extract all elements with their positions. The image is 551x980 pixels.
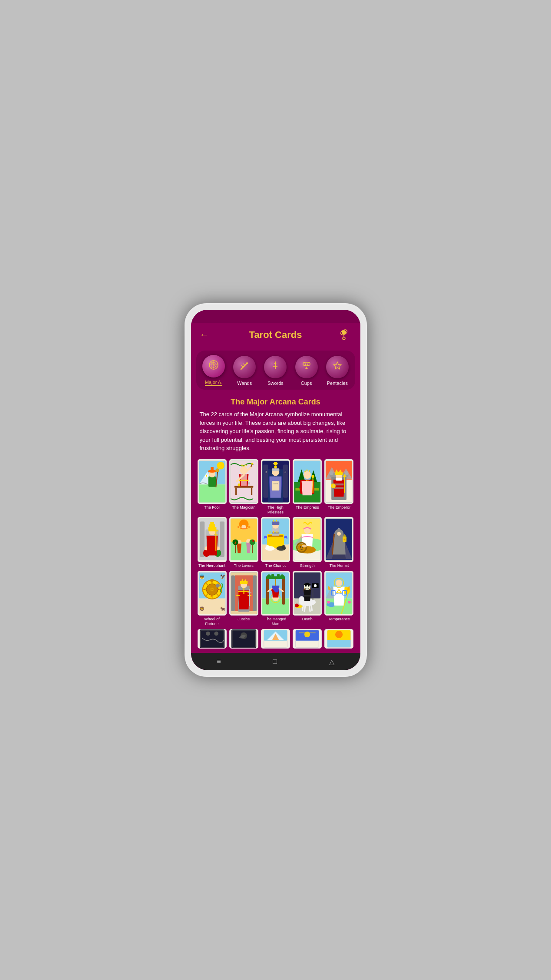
svg-rect-43 bbox=[239, 480, 248, 481]
card-bottom-5-image bbox=[324, 629, 353, 649]
card-bottom-1[interactable] bbox=[198, 629, 227, 650]
svg-point-231 bbox=[299, 596, 304, 603]
svg-line-235 bbox=[311, 603, 312, 610]
back-button[interactable]: ← bbox=[200, 329, 215, 341]
card-strength[interactable]: Strength bbox=[293, 517, 322, 568]
card-temperance[interactable]: Temperance bbox=[324, 571, 353, 626]
card-empress[interactable]: The Empress bbox=[293, 459, 322, 515]
svg-rect-89 bbox=[336, 477, 342, 480]
svg-rect-39 bbox=[251, 487, 252, 494]
major-arcana-icon bbox=[208, 359, 219, 373]
svg-point-47 bbox=[251, 463, 253, 464]
card-bottom-3[interactable] bbox=[261, 629, 290, 650]
svg-text:R: R bbox=[211, 595, 212, 597]
tab-major-arcana[interactable]: Major A. bbox=[199, 355, 228, 386]
card-temperance-label: Temperance bbox=[328, 617, 350, 622]
tab-label-major: Major A. bbox=[205, 380, 222, 386]
svg-point-84 bbox=[330, 471, 333, 475]
nav-back-icon[interactable]: △ bbox=[329, 658, 334, 666]
card-fool-label: The Fool bbox=[204, 505, 220, 510]
svg-point-85 bbox=[345, 471, 349, 475]
card-highpriestess-label: The High Priestess bbox=[261, 505, 290, 515]
wands-icon bbox=[239, 361, 250, 374]
card-bottom-2-image bbox=[229, 629, 258, 649]
card-bottom-4-image bbox=[293, 629, 322, 649]
card-hermit-label: The Hermit bbox=[330, 563, 349, 568]
svg-rect-87 bbox=[334, 487, 344, 489]
svg-line-232 bbox=[303, 603, 304, 610]
tab-swords[interactable]: Swords bbox=[261, 356, 290, 386]
card-justice-label: Justice bbox=[238, 617, 250, 622]
content-area: The Major Arcana Cards The 22 cards of t… bbox=[191, 393, 360, 653]
card-justice[interactable]: Justice bbox=[229, 571, 258, 626]
card-bottom-5[interactable] bbox=[324, 629, 353, 650]
svg-point-60 bbox=[274, 465, 277, 468]
swords-icon bbox=[270, 361, 280, 374]
tab-pentacles[interactable]: Pentacles bbox=[323, 356, 352, 386]
card-fool[interactable]: The Fool bbox=[198, 459, 227, 515]
svg-rect-114 bbox=[210, 522, 214, 525]
card-bottom-2[interactable] bbox=[229, 629, 258, 650]
card-emperor[interactable]: The Emperor bbox=[324, 459, 353, 515]
card-death-label: Death bbox=[302, 617, 313, 622]
card-emperor-image bbox=[324, 459, 353, 504]
svg-point-217 bbox=[280, 574, 284, 578]
card-death[interactable]: Death bbox=[293, 571, 322, 626]
card-lovers[interactable]: The Lovers bbox=[229, 517, 258, 568]
svg-point-189 bbox=[216, 584, 220, 588]
page-title: Tarot Cards bbox=[215, 329, 336, 341]
tab-label-wands: Wands bbox=[237, 381, 252, 386]
tab-label-pentacles: Pentacles bbox=[327, 381, 348, 386]
svg-rect-112 bbox=[208, 527, 215, 532]
card-magician[interactable]: The Magician bbox=[229, 459, 258, 515]
card-hermit[interactable]: ✦ The Hermit bbox=[324, 517, 353, 568]
card-wheel-image: 👼 🦅 🦁 🐂 bbox=[198, 571, 227, 616]
tab-bubble-major bbox=[202, 355, 225, 377]
card-chariot-label: The Chariot bbox=[265, 563, 286, 568]
svg-point-279 bbox=[335, 630, 343, 638]
cups-icon bbox=[301, 361, 312, 374]
svg-point-262 bbox=[214, 631, 218, 636]
svg-rect-23 bbox=[199, 484, 225, 502]
card-magician-image bbox=[229, 459, 258, 504]
svg-point-258 bbox=[348, 601, 351, 604]
phone-frame: ← Tarot Cards bbox=[185, 303, 367, 677]
svg-point-242 bbox=[314, 584, 317, 587]
card-empress-image bbox=[293, 459, 322, 504]
card-hangedman[interactable]: The Hanged Man bbox=[261, 571, 290, 626]
tab-wands[interactable]: Wands bbox=[230, 356, 259, 386]
svg-point-252 bbox=[336, 579, 342, 586]
card-hangedman-label: The Hanged Man bbox=[261, 617, 290, 626]
card-hierophant-image bbox=[198, 517, 227, 562]
navigation-bar: ≡ □ △ bbox=[191, 653, 360, 670]
svg-rect-198 bbox=[240, 581, 247, 584]
svg-point-124 bbox=[249, 540, 255, 545]
card-hierophant[interactable]: The Hierophant bbox=[198, 517, 227, 568]
tab-bar: Major A. Wands bbox=[196, 351, 355, 390]
phone-screen: ← Tarot Cards bbox=[191, 310, 360, 670]
nav-home-icon[interactable]: □ bbox=[273, 658, 277, 665]
card-empress-label: The Empress bbox=[296, 505, 319, 510]
header: ← Tarot Cards bbox=[191, 323, 360, 347]
card-wheel-label: Wheel of Fortune bbox=[198, 617, 227, 626]
svg-rect-193 bbox=[231, 575, 235, 611]
svg-text:J: J bbox=[284, 470, 286, 474]
svg-rect-90 bbox=[335, 472, 343, 475]
svg-rect-52 bbox=[263, 464, 268, 497]
header-astro-icon[interactable] bbox=[336, 327, 352, 343]
tab-cups[interactable]: Cups bbox=[292, 356, 321, 386]
tab-bubble-wands bbox=[233, 356, 256, 378]
card-strength-image bbox=[293, 517, 322, 562]
svg-marker-19 bbox=[333, 362, 341, 369]
svg-rect-38 bbox=[235, 487, 237, 494]
card-hermit-image: ✦ bbox=[324, 517, 353, 562]
card-chariot[interactable]: ✦✦✦ The Chariot bbox=[261, 517, 290, 568]
card-highpriestess[interactable]: B J bbox=[261, 459, 290, 515]
card-bottom-4[interactable] bbox=[293, 629, 322, 650]
svg-line-13 bbox=[241, 365, 243, 367]
nav-menu-icon[interactable]: ≡ bbox=[217, 658, 221, 665]
card-wheel[interactable]: 👼 🦅 🦁 🐂 bbox=[198, 571, 227, 626]
svg-text:🦅: 🦅 bbox=[220, 574, 226, 579]
svg-text:✦: ✦ bbox=[343, 538, 346, 542]
svg-text:A: A bbox=[218, 588, 219, 591]
